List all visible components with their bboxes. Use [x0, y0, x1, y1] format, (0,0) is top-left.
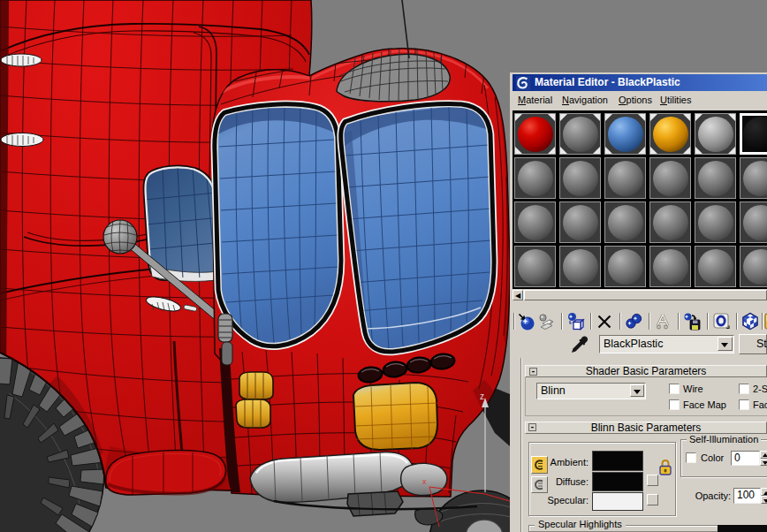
svg-text:z: z: [480, 391, 484, 401]
svg-text:x: x: [422, 477, 427, 486]
